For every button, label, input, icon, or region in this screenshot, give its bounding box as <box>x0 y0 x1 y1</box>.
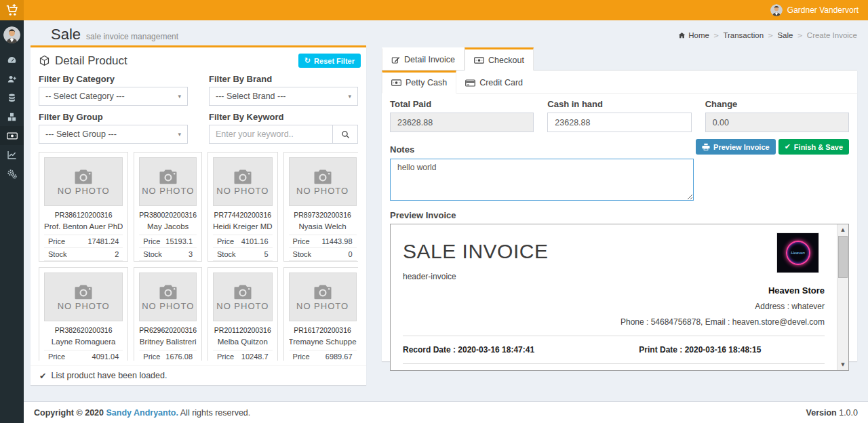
product-card[interactable]: NO PHOTO PR897320200316 Nyasia Welch Pri… <box>283 152 358 262</box>
sidebar-item-inventory[interactable] <box>0 107 24 126</box>
product-price-table: Price 10248.7 Stock <box>213 350 273 361</box>
change-label: Change <box>705 99 849 109</box>
cube-icon <box>39 55 50 66</box>
sidebar-item-master-data[interactable] <box>0 88 24 107</box>
store-info: Heaven Store Address : whatever Phone : … <box>403 285 825 327</box>
edit-icon <box>391 56 400 64</box>
product-name: Melba Quitzon <box>213 338 273 346</box>
product-name: May Jacobs <box>139 222 197 230</box>
sidebar-user-avatar[interactable] <box>3 26 20 43</box>
camera-icon <box>158 283 178 300</box>
no-photo-label: NO PHOTO <box>296 301 349 311</box>
breadcrumb-sale[interactable]: Sale <box>777 31 793 39</box>
reset-filter-button[interactable]: ↻ Reset Filter <box>298 54 361 68</box>
scroll-up-icon[interactable]: ▲ <box>837 224 848 235</box>
sidebar-item-transaction[interactable] <box>0 126 24 145</box>
product-price-table: Price 4091.04 Stock <box>44 350 123 361</box>
breadcrumb-transaction[interactable]: Transaction <box>723 31 764 39</box>
price-label: Price <box>217 352 234 361</box>
cart-plus-icon <box>5 3 19 17</box>
product-name: Nyasia Welch <box>289 222 357 230</box>
product-price-table: Price 11443.98 Stock 0 <box>289 235 357 261</box>
no-photo-label: NO PHOTO <box>58 301 110 311</box>
price-value: 17481.24 <box>87 237 119 246</box>
brand-select[interactable]: --- Select Brand --- ▾ <box>209 87 358 106</box>
copyright-suffix: All rights reserved. <box>180 408 251 418</box>
keyword-input[interactable] <box>209 125 332 144</box>
product-card[interactable]: NO PHOTO PR380020200316 May Jacobs Price… <box>134 152 202 262</box>
breadcrumb-current: Create Invoice <box>807 31 857 39</box>
no-photo-placeholder: NO PHOTO <box>289 157 357 206</box>
tab-detail-invoice[interactable]: Detail Invoice <box>382 47 465 70</box>
product-card[interactable]: NO PHOTO PR386120200316 Prof. Benton Aue… <box>39 152 128 262</box>
product-card[interactable]: NO PHOTO PR382620200316 Layne Romaguera … <box>39 267 128 361</box>
price-label: Price <box>293 352 310 361</box>
camera-icon <box>158 168 178 184</box>
product-card[interactable]: NO PHOTO PR161720200316 Tremayne Schuppe… <box>283 267 358 361</box>
product-code: PR629620200316 <box>139 326 197 334</box>
camera-icon <box>73 168 94 184</box>
tab-checkout[interactable]: Checkout <box>465 47 534 70</box>
scrollbar-thumb[interactable] <box>838 236 848 278</box>
no-photo-label: NO PHOTO <box>216 301 269 311</box>
breadcrumb-home[interactable]: Home <box>678 31 709 39</box>
search-button[interactable] <box>332 125 358 144</box>
finish-save-button[interactable]: ✔ Finish & Save <box>778 139 849 155</box>
preview-invoice-label: Preview Invoice <box>390 210 849 220</box>
change-field <box>705 113 849 132</box>
camera-icon <box>313 168 333 184</box>
sidebar-item-settings[interactable] <box>0 164 24 183</box>
category-select[interactable]: -- Select Category --- ▾ <box>39 87 188 106</box>
credit-card-icon <box>465 79 475 87</box>
invoice-subtitle: header-invoice <box>403 272 825 281</box>
breadcrumb-separator: > <box>797 32 802 39</box>
sidebar-item-dashboard[interactable] <box>0 50 24 69</box>
price-label: Price <box>217 237 234 246</box>
line-chart-icon <box>7 150 17 160</box>
home-icon <box>678 32 686 39</box>
chevron-down-icon: ▾ <box>348 93 351 100</box>
app-logo[interactable] <box>0 0 24 20</box>
camera-icon <box>233 283 253 300</box>
filter-brand-label: Filter By Brand <box>209 74 358 84</box>
product-name: Prof. Benton Auer PhD <box>44 222 123 230</box>
filter-group-label: Filter By Group <box>39 112 188 122</box>
check-icon: ✔ <box>39 371 46 381</box>
tab-credit-card[interactable]: Credit Card <box>456 70 532 93</box>
product-card[interactable]: NO PHOTO PR201120200316 Melba Quitzon Pr… <box>208 267 278 361</box>
product-code: PR386120200316 <box>44 211 123 219</box>
store-name: Heaven Store <box>403 285 825 296</box>
product-name: Tremayne Schuppe <box>289 338 357 346</box>
notes-textarea[interactable]: hello world <box>390 159 694 201</box>
scroll-down-icon[interactable]: ▼ <box>837 359 848 370</box>
price-value: 10248.7 <box>241 352 269 361</box>
price-value: 15193.1 <box>165 237 193 246</box>
author-link[interactable]: Sandy Andryanto. <box>106 408 178 418</box>
product-card[interactable]: NO PHOTO PR774420200316 Heidi Kreiger MD… <box>208 152 278 262</box>
price-label: Price <box>143 237 160 246</box>
status-message: List product have been loaded. <box>51 371 167 380</box>
no-photo-label: NO PHOTO <box>58 186 110 196</box>
product-card[interactable]: NO PHOTO PR629620200316 Britney Balistre… <box>134 267 202 361</box>
tab-petty-cash[interactable]: Petty Cash <box>382 70 456 94</box>
cogs-icon <box>7 169 17 179</box>
preview-scrollbar[interactable]: ▲ ▼ <box>837 224 848 370</box>
version: Version 1.0.0 <box>806 408 858 418</box>
product-name: Britney Balistreri <box>139 338 197 346</box>
user-menu[interactable]: Gardner Vandervort <box>761 0 868 20</box>
product-code: PR774420200316 <box>213 211 273 219</box>
cash-in-hand-field[interactable] <box>547 113 691 132</box>
no-photo-label: NO PHOTO <box>216 186 269 196</box>
product-code: PR201120200316 <box>213 326 273 334</box>
product-price-table: Price 15193.1 Stock 3 <box>139 235 197 261</box>
cash-in-hand-label: Cash in hand <box>547 99 691 109</box>
sidebar-item-reports[interactable] <box>0 145 24 164</box>
group-select[interactable]: --- Select Group --- ▾ <box>39 125 188 144</box>
user-avatar <box>3 26 20 43</box>
search-icon <box>341 130 350 139</box>
sidebar-item-customers[interactable] <box>0 69 24 88</box>
user-name: Gardner Vandervort <box>787 5 859 15</box>
preview-invoice-button[interactable]: Preview Invoice <box>696 139 776 155</box>
price-value: 6989.67 <box>326 352 353 361</box>
printer-icon <box>702 143 710 151</box>
